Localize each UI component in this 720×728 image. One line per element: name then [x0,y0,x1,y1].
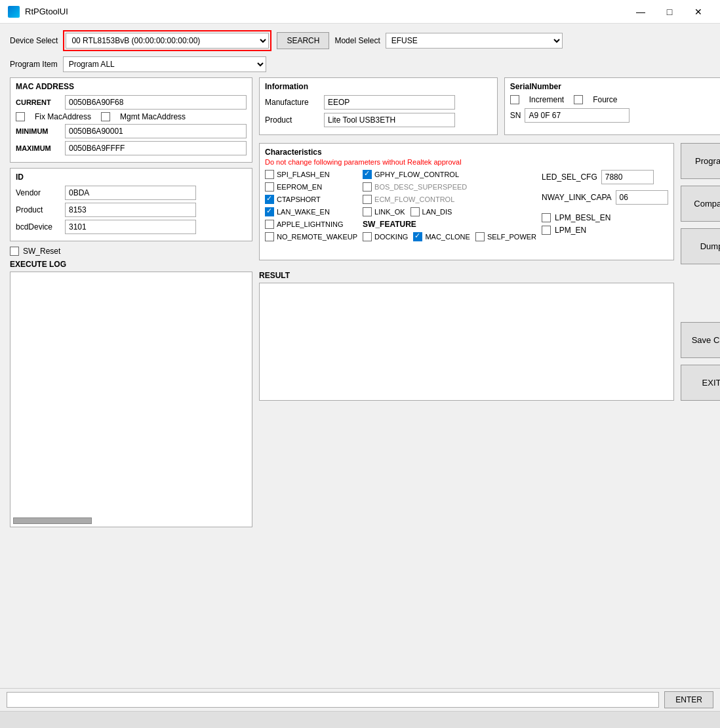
vendor-input[interactable] [65,186,196,200]
product-id-input[interactable] [65,203,196,217]
execute-log-section: EXECUTE LOG [10,260,252,527]
eeprom-label: EEPROM_EN [277,183,322,191]
eeprom-checkbox[interactable] [265,182,274,192]
apple-lightning-checkbox[interactable] [265,220,274,229]
chars-col-3: LED_SEL_CFG NWAY_LINK_CAPA LPM_BESL_EN [542,170,668,235]
bos-label: BOS_DESC_SUPERSPEED [374,183,467,191]
chars-warning: Do not change following parameters witho… [265,158,668,166]
sn-input[interactable] [525,108,630,123]
bottom-input[interactable] [7,692,659,708]
lan-dis-label: LAN_DIS [422,208,452,216]
information-title: Information [265,82,492,91]
gphy-checkbox[interactable] [363,170,372,179]
title-controls: — □ ✕ [627,3,712,21]
fource-label: Fource [593,95,617,104]
spi-flash-checkbox[interactable] [265,170,274,179]
bos-item: BOS_DESC_SUPERSPEED [363,182,536,192]
product-name-input[interactable] [324,113,455,127]
led-row: LED_SEL_CFG [542,170,668,184]
ecm-label: ECM_FLOW_CONTROL [374,195,454,203]
maximize-button[interactable]: □ [656,3,683,21]
lpm-besl-checkbox[interactable] [542,213,551,222]
serial-number-title: SerialNumber [510,82,720,91]
mac-current-row: CURRENT [16,95,247,110]
mac-minimum-input[interactable] [65,124,247,138]
result-row: RESULT Save CFG EXIT [259,268,720,401]
link-ok-label: LINK_OK [374,208,405,216]
increment-checkbox[interactable] [510,95,519,104]
lan-dis-item: LAN_DIS [410,207,452,216]
app-title: RtPGtoolUI [25,7,68,16]
save-cfg-button[interactable]: Save CFG [681,322,720,358]
lan-wake-checkbox[interactable] [265,207,274,216]
device-select[interactable]: 00 RTL8153BvB (00:00:00:00:00:00) [66,33,269,49]
product-name-label: Product [265,115,324,125]
mac-maximum-label: MAXIMUM [16,144,65,152]
manufacture-input[interactable] [324,95,455,110]
id-section-title: ID [16,172,247,182]
lower-buttons: Save CFG EXIT [681,268,720,401]
fix-mac-checkbox[interactable] [16,112,25,121]
main-content: Device Select 00 RTL8153BvB (00:00:00:00… [0,24,720,534]
chars-and-action: Characteristics Do not change following … [259,143,720,264]
self-power-checkbox[interactable] [475,232,485,241]
model-select-label: Model Select [334,36,380,45]
close-button[interactable]: ✕ [685,3,712,21]
manufacture-label: Manufacture [265,98,324,107]
sn-label: SN [510,111,521,120]
result-box[interactable] [259,283,674,401]
increment-label: Increment [529,95,564,104]
lpm-checkbox[interactable] [542,226,551,235]
search-button[interactable]: SEARCH [277,32,329,49]
mgmt-mac-label: Mgmt MacAddress [120,112,186,121]
program-item-row: Program Item Program ALL [10,56,710,72]
spi-flash-label: SPI_FLASH_EN [277,171,330,178]
mac-current-input[interactable] [65,95,247,110]
characteristics-section: Characteristics Do not change following … [259,143,674,260]
ecm-item: ECM_FLOW_CONTROL [363,195,536,204]
ctapshort-label: CTAPSHORT [277,195,321,203]
mac-clone-checkbox[interactable] [413,232,422,241]
exit-button[interactable]: EXIT [681,365,720,401]
status-bar [0,711,720,728]
mac-minimum-label: MINIMUM [16,127,65,135]
led-input[interactable] [601,170,654,184]
gphy-label: GPHY_FLOW_CONTROL [374,171,459,178]
bottom-bar: ENTER [0,688,720,711]
top-right-row: Information Manufacture Product SerialNu… [259,77,720,139]
no-remote-wakeup-checkbox[interactable] [265,232,274,241]
fix-mac-row: Fix MacAddress Mgmt MacAddress [16,112,247,121]
self-power-item: SELF_POWER [475,232,536,241]
bos-checkbox[interactable] [363,182,372,192]
mgmt-mac-checkbox[interactable] [101,112,110,121]
mac-maximum-input[interactable] [65,141,247,155]
nway-input[interactable] [616,190,668,205]
docking-checkbox[interactable] [363,232,372,241]
information-section: Information Manufacture Product [259,77,498,135]
program-button[interactable]: Program [681,143,720,179]
sw-reset-checkbox[interactable] [10,247,19,256]
lan-dis-checkbox[interactable] [410,207,420,216]
chars-col-1: SPI_FLASH_EN EEPROM_EN CTAPSHORT [265,170,357,241]
link-ok-checkbox[interactable] [363,207,372,216]
no-remote-wakeup-label: NO_REMOTE_WAKEUP [277,233,357,241]
model-select[interactable]: EFUSE [386,33,563,49]
id-section: ID Vendor Product bcdDevice [10,168,252,241]
ctapshort-checkbox[interactable] [265,195,274,204]
fource-checkbox[interactable] [574,95,583,104]
eeprom-item: EEPROM_EN [265,182,357,192]
scrollbar-thumb[interactable] [13,517,92,524]
ecm-checkbox[interactable] [363,195,372,204]
program-item-label: Program Item [10,60,58,69]
execute-log-box[interactable] [10,272,252,527]
bcd-device-input[interactable] [65,220,196,234]
characteristics-title: Characteristics [265,148,668,157]
dump-button[interactable]: Dump [681,228,720,264]
compare-button[interactable]: Compare [681,186,720,222]
minimize-button[interactable]: — [627,3,654,21]
sw-feature-items: DOCKING MAC_CLONE SELF_POWER [363,232,536,241]
device-select-wrapper: 00 RTL8153BvB (00:00:00:00:00:00) [63,30,271,51]
execute-log-title: EXECUTE LOG [10,260,252,269]
program-item-select[interactable]: Program ALL [63,56,266,72]
enter-button[interactable]: ENTER [664,691,713,708]
